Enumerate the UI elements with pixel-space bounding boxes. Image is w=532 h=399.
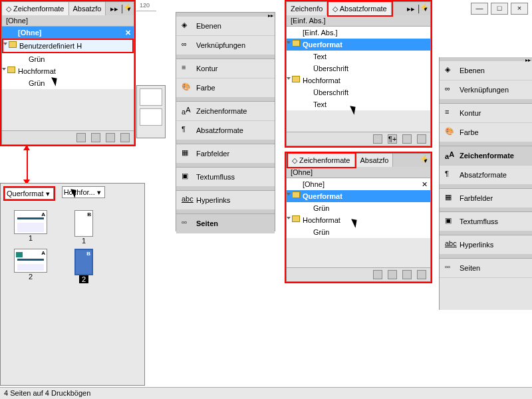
clear-override-icon[interactable] [388, 270, 397, 279]
page-number: 1 [61, 237, 107, 245]
side-item-textumfluss[interactable]: ▣Textumfluss [176, 168, 275, 187]
layers-icon: ◈ [445, 65, 456, 76]
list-item-hochformat[interactable]: Hochformat [287, 214, 430, 226]
disclosure-icon[interactable] [287, 41, 291, 44]
side-item-farbe[interactable]: 🎨Farbe [176, 78, 275, 98]
window-close-button[interactable]: × [511, 3, 528, 15]
list-item-gruen[interactable]: Grün [287, 226, 430, 238]
list-item-ueberschrift[interactable]: Überschrift [287, 86, 430, 98]
tab-zeichenformate[interactable]: ◇ Zeichenformate [2, 2, 69, 15]
side-item-hyperlinks[interactable]: abcHyperlinks [176, 191, 275, 210]
list-item-hochformat[interactable]: Hochformat [2, 65, 134, 77]
new-style-icon[interactable] [402, 134, 412, 144]
disclosure-icon[interactable] [287, 217, 291, 219]
tab-absatzformate[interactable]: ◇ Absatzformate [329, 2, 391, 15]
hyperlinks-icon: abc [445, 239, 456, 250]
dropdown-arrow-icon: ▾ [44, 190, 52, 198]
pages-icon: ▫▫ [445, 263, 456, 273]
stroke-icon: ≡ [445, 108, 456, 118]
side-item-absatzformate[interactable]: ¶Absatzformate [440, 166, 532, 185]
side-item-zeichenformate[interactable]: aAZeichenformate [176, 102, 275, 121]
stroke-icon: ≡ [182, 63, 192, 74]
page-thumbnail[interactable]: B [74, 210, 93, 237]
list-item-gruen[interactable]: Grün [287, 202, 430, 214]
querformat-dropdown[interactable]: Querformat ▾ [5, 188, 54, 200]
page-thumbnail[interactable]: A [14, 210, 47, 234]
folder-icon [7, 66, 15, 73]
side-item-verknuepfungen[interactable]: ∞Verknüpfungen [440, 80, 532, 100]
disclosure-icon[interactable] [287, 77, 291, 80]
swatches-icon: ▦ [182, 148, 192, 159]
side-item-ebenen[interactable]: ◈Ebenen [176, 17, 275, 36]
side-item-seiten[interactable]: ▫▫Seiten [176, 214, 275, 233]
side-item-kontur[interactable]: ≡Kontur [440, 104, 532, 123]
window-maximize-button[interactable]: □ [491, 3, 508, 15]
clear-override-icon[interactable]: ¶+ [388, 134, 397, 144]
list-item-querformat[interactable]: Querformat [287, 39, 430, 51]
new-group-icon[interactable] [373, 270, 382, 279]
side-item-ebenen[interactable]: ◈Ebenen [440, 61, 532, 80]
window-minimize-button[interactable]: — [471, 3, 488, 15]
new-style-icon[interactable] [106, 133, 115, 142]
side-item-farbfelder[interactable]: ▦Farbfelder [176, 144, 275, 164]
side-item-farbe[interactable]: 🎨Farbe [440, 123, 532, 142]
side-item-farbfelder[interactable]: ▦Farbfelder [440, 189, 532, 208]
disclosure-icon[interactable] [3, 43, 7, 45]
list-item-querformat[interactable]: Querformat [287, 190, 430, 202]
page-number-selected: 2 [79, 275, 88, 283]
hochfor-dropdown[interactable]: Hochfor... ▾ [62, 186, 105, 198]
folder-icon [292, 215, 300, 222]
tab-absatzformate[interactable]: Absatzfo [356, 154, 394, 167]
list-item-einf-abs[interactable]: [Einf. Abs.] [287, 27, 430, 39]
list-item-gruen[interactable]: Grün [2, 77, 134, 89]
list-item-hochformat[interactable]: Hochformat [287, 74, 430, 86]
list-item-ohne[interactable]: [Ohne] ✕ [2, 27, 134, 39]
list-item-text[interactable]: Text [287, 98, 430, 110]
side-item-absatzformate[interactable]: ¶Absatzformate [176, 121, 275, 140]
list-item-ohne[interactable]: [Ohne] ✕ [287, 178, 430, 190]
list-item-ueberschrift[interactable]: Überschrift [287, 63, 430, 74]
disclosure-icon[interactable] [2, 68, 6, 70]
delete-icon[interactable] [417, 270, 426, 279]
new-group-icon[interactable] [76, 133, 86, 142]
parastyle-icon: ¶ [182, 125, 192, 136]
side-item-zeichenformate[interactable]: aAZeichenformate [440, 146, 532, 166]
color-icon: 🎨 [445, 127, 456, 138]
delete-icon[interactable] [120, 133, 130, 142]
ruler [136, 6, 156, 11]
swatches-icon: ▦ [445, 193, 456, 203]
side-item-kontur[interactable]: ≡Kontur [176, 59, 275, 78]
list-item-benutzerdefiniert[interactable]: Benutzerdefiniert H [3, 40, 132, 52]
dropdown-arrow-icon: ▾ [95, 188, 103, 197]
lightning-icon: ⚡ [420, 3, 428, 11]
panel-header: [Ohne] ⚡ [287, 167, 430, 178]
tab-zeichenformate[interactable]: Zeichenfo [287, 2, 327, 15]
clear-override-icon[interactable] [91, 133, 100, 142]
pages-icon: ▫▫ [182, 218, 192, 229]
delete-icon[interactable] [417, 134, 426, 144]
new-group-icon[interactable] [373, 134, 382, 144]
lightning-icon: ⚡ [123, 3, 131, 11]
disclosure-icon[interactable] [287, 193, 291, 196]
side-item-hyperlinks[interactable]: abcHyperlinks [440, 235, 532, 255]
color-icon: 🎨 [182, 82, 192, 93]
page-thumbnail-selected[interactable]: B [74, 249, 93, 275]
new-style-icon[interactable] [402, 270, 412, 279]
side-item-seiten[interactable]: ▫▫Seiten [440, 259, 532, 278]
folder-icon [292, 76, 300, 82]
annotation-arrow [27, 146, 28, 181]
list-item-text[interactable]: Text [287, 51, 430, 63]
folder-icon [9, 41, 17, 48]
page-thumbnail[interactable]: A [14, 249, 47, 273]
page-number: 2 [7, 273, 54, 281]
links-icon: ∞ [182, 40, 192, 51]
textwrap-icon: ▣ [445, 216, 456, 227]
list-item-gruen[interactable]: Grün [2, 53, 134, 65]
tab-absatzformate[interactable]: Absatzfo [69, 2, 106, 15]
side-item-textumfluss[interactable]: ▣Textumfluss [440, 212, 532, 231]
side-item-verknuepfungen[interactable]: ∞Verknüpfungen [176, 36, 275, 55]
strike-icon: ✕ [125, 28, 131, 37]
tab-zeichenformate[interactable]: ◇ Zeichenformate [288, 154, 355, 167]
page-number: 1 [7, 234, 54, 242]
folder-icon [292, 40, 300, 47]
